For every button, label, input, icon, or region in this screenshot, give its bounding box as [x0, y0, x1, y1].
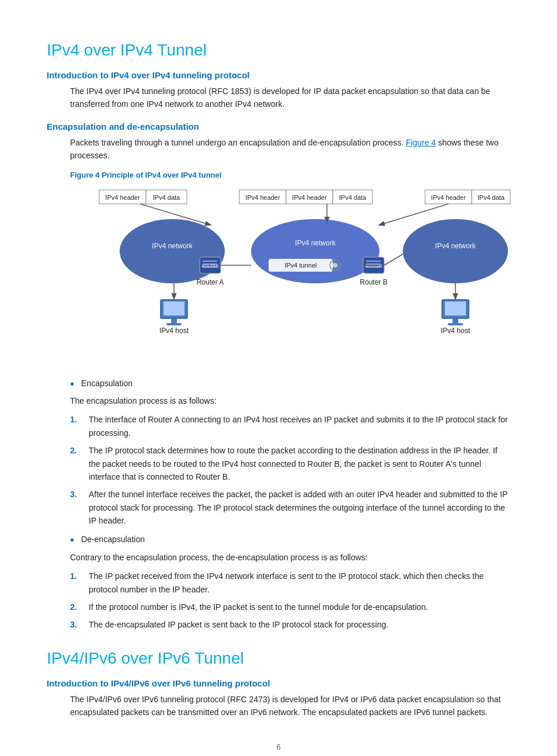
deenc-step-1: 1. The IP packet received from the IPv4 … — [70, 570, 510, 596]
deenc-content-1: The IP packet received from the IPv4 net… — [89, 570, 510, 596]
figure4-link[interactable]: Figure 4 — [406, 138, 436, 147]
svg-text:IPv4 header: IPv4 header — [431, 194, 466, 201]
section2-sub1-heading: Introduction to IPv4/IPv6 over IPv6 tunn… — [47, 678, 510, 688]
svg-text:Router B: Router B — [360, 278, 387, 286]
svg-rect-40 — [163, 301, 184, 315]
svg-text:IPv4 data: IPv4 data — [153, 194, 180, 201]
deencapsulation-steps: 1. The IP packet received from the IPv4 … — [70, 570, 510, 632]
deenc-content-2: If the protocol number is IPv4, the IP p… — [89, 601, 510, 613]
svg-rect-47 — [452, 318, 458, 323]
sub1-heading: Introduction to IPv4 over IPv4 tunneling… — [47, 70, 510, 80]
sub1-body: The IPv4 over IPv4 tunneling protocol (R… — [70, 85, 510, 111]
svg-rect-48 — [448, 323, 463, 325]
sub2-body-before: Packets traveling through a tunnel under… — [70, 138, 403, 147]
enc-index-3: 3. — [70, 488, 84, 501]
sub2-body: Packets traveling through a tunnel under… — [70, 136, 510, 162]
svg-text:Router A: Router A — [197, 278, 224, 286]
svg-rect-46 — [445, 301, 466, 315]
svg-line-53 — [384, 254, 403, 265]
enc-content-1: The interface of Router A connecting to … — [89, 413, 510, 439]
svg-rect-41 — [171, 318, 177, 323]
bullet-encapsulation: • Encapsulation — [70, 377, 510, 390]
enc-step-1: 1. The interface of Router A connecting … — [70, 413, 510, 439]
deenc-step-2: 2. If the protocol number is IPv4, the I… — [70, 601, 510, 613]
bullet-dot-1: • — [70, 378, 74, 390]
bullet-deencapsulation: • De-encapsulation — [70, 533, 510, 546]
deencapsulation-intro: Contrary to the encapsulation process, t… — [70, 551, 510, 564]
svg-text:IPv4 header: IPv4 header — [105, 194, 140, 201]
svg-text:IPv4 host: IPv4 host — [441, 327, 471, 335]
encapsulation-intro: The encapsulation process is as follows: — [70, 394, 510, 407]
svg-text:ROUTER: ROUTER — [201, 264, 219, 268]
svg-text:IPv4 network: IPv4 network — [435, 242, 476, 250]
page-number: 6 — [47, 743, 510, 751]
enc-step-2: 2. The IP protocol stack determines how … — [70, 444, 510, 483]
deenc-index-2: 2. — [70, 601, 84, 613]
bullet-label-1: Encapsulation — [81, 377, 133, 390]
enc-index-1: 1. — [70, 413, 84, 426]
svg-text:IPv4 data: IPv4 data — [339, 194, 367, 201]
svg-text:IPv4 tunnel: IPv4 tunnel — [284, 262, 316, 269]
svg-rect-42 — [166, 323, 182, 325]
deenc-index-3: 3. — [70, 618, 84, 631]
bullet-label-2: De-encapsulation — [81, 533, 145, 546]
svg-text:IPv4 network: IPv4 network — [152, 242, 193, 250]
enc-index-2: 2. — [70, 444, 84, 457]
svg-text:IPv4 data: IPv4 data — [478, 194, 505, 201]
section2-sub1-body: The IPv4/IPv6 over IPv6 tunneling protoc… — [70, 693, 510, 719]
sub2-heading: Encapsulation and de-encapsulation — [47, 122, 510, 131]
svg-point-29 — [333, 263, 337, 268]
enc-content-2: The IP protocol stack determines how to … — [89, 444, 510, 483]
figure4-diagram: IPv4 header IPv4 data IPv4 header IPv4 h… — [70, 184, 514, 365]
deenc-step-3: 3. The de-encapsulated IP packet is sent… — [70, 618, 510, 631]
deenc-index-1: 1. — [70, 570, 84, 582]
svg-text:IPv4 host: IPv4 host — [159, 327, 189, 335]
deenc-content-3: The de-encapsulated IP packet is sent ba… — [89, 618, 510, 631]
svg-point-35 — [403, 219, 508, 283]
encapsulation-steps: 1. The interface of Router A connecting … — [70, 413, 510, 527]
enc-step-3: 3. After the tunnel interface receives t… — [70, 488, 510, 527]
svg-text:IPv4 header: IPv4 header — [245, 194, 280, 201]
svg-point-24 — [251, 219, 380, 283]
svg-text:IPv4 header: IPv4 header — [292, 194, 327, 201]
svg-text:ROUTER: ROUTER — [365, 264, 382, 268]
figure4-label: Figure 4 Principle of IPv4 over IPv4 tun… — [70, 171, 510, 179]
enc-content-3: After the tunnel interface receives the … — [89, 488, 510, 527]
svg-text:IPv4 network: IPv4 network — [295, 239, 336, 247]
section1-title: IPv4 over IPv4 Tunnel — [47, 41, 510, 60]
section2-title: IPv4/IPv6 over IPv6 Tunnel — [47, 649, 510, 668]
bullet-dot-2: • — [70, 534, 74, 546]
